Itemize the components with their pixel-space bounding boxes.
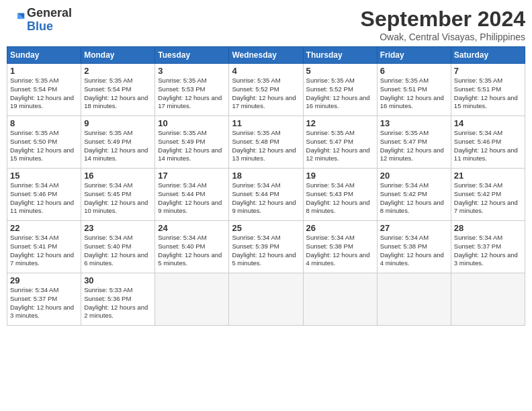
day-info: Sunrise: 5:34 AM Sunset: 5:43 PM Dayligh… xyxy=(306,181,374,216)
weekday-header-wednesday: Wednesday xyxy=(229,47,303,64)
day-number: 22 xyxy=(10,223,78,233)
location: Owak, Central Visayas, Philippines xyxy=(361,32,525,42)
logo: General Blue xyxy=(7,7,72,34)
weekday-header-thursday: Thursday xyxy=(303,47,377,64)
day-info: Sunrise: 5:35 AM Sunset: 5:51 PM Dayligh… xyxy=(454,77,522,111)
day-number: 2 xyxy=(84,66,152,76)
calendar-cell: 21Sunrise: 5:34 AM Sunset: 5:42 PM Dayli… xyxy=(451,169,525,221)
calendar-cell xyxy=(303,273,377,326)
calendar-cell: 8Sunrise: 5:35 AM Sunset: 5:50 PM Daylig… xyxy=(7,116,81,169)
calendar-cell: 14Sunrise: 5:34 AM Sunset: 5:46 PM Dayli… xyxy=(451,116,525,169)
calendar-cell: 20Sunrise: 5:34 AM Sunset: 5:42 PM Dayli… xyxy=(377,169,451,221)
day-info: Sunrise: 5:34 AM Sunset: 5:39 PM Dayligh… xyxy=(232,234,300,268)
day-info: Sunrise: 5:35 AM Sunset: 5:54 PM Dayligh… xyxy=(84,77,152,111)
day-number: 1 xyxy=(10,66,78,76)
calendar-week-5: 29Sunrise: 5:34 AM Sunset: 5:37 PM Dayli… xyxy=(7,273,525,326)
day-info: Sunrise: 5:35 AM Sunset: 5:52 PM Dayligh… xyxy=(232,77,300,111)
day-info: Sunrise: 5:35 AM Sunset: 5:50 PM Dayligh… xyxy=(10,129,78,163)
day-number: 8 xyxy=(10,118,78,128)
calendar-cell: 7Sunrise: 5:35 AM Sunset: 5:51 PM Daylig… xyxy=(451,64,525,116)
day-info: Sunrise: 5:35 AM Sunset: 5:47 PM Dayligh… xyxy=(306,129,374,163)
day-info: Sunrise: 5:34 AM Sunset: 5:45 PM Dayligh… xyxy=(84,181,152,216)
calendar-cell: 19Sunrise: 5:34 AM Sunset: 5:43 PM Dayli… xyxy=(303,169,377,221)
calendar-cell: 10Sunrise: 5:35 AM Sunset: 5:49 PM Dayli… xyxy=(155,116,229,169)
day-number: 26 xyxy=(306,223,374,233)
day-info: Sunrise: 5:34 AM Sunset: 5:41 PM Dayligh… xyxy=(10,234,78,268)
calendar-cell: 3Sunrise: 5:35 AM Sunset: 5:53 PM Daylig… xyxy=(155,64,229,116)
day-number: 27 xyxy=(380,223,448,233)
calendar-cell xyxy=(451,273,525,326)
weekday-header-tuesday: Tuesday xyxy=(155,47,229,64)
day-info: Sunrise: 5:35 AM Sunset: 5:49 PM Dayligh… xyxy=(84,129,152,163)
calendar-cell: 27Sunrise: 5:34 AM Sunset: 5:38 PM Dayli… xyxy=(377,221,451,273)
calendar-cell: 13Sunrise: 5:35 AM Sunset: 5:47 PM Dayli… xyxy=(377,116,451,169)
calendar-week-1: 1Sunrise: 5:35 AM Sunset: 5:54 PM Daylig… xyxy=(7,64,525,116)
day-number: 17 xyxy=(158,171,226,181)
day-number: 14 xyxy=(454,118,522,128)
weekday-header-saturday: Saturday xyxy=(451,47,525,64)
calendar-cell: 2Sunrise: 5:35 AM Sunset: 5:54 PM Daylig… xyxy=(81,64,155,116)
day-number: 3 xyxy=(158,66,226,76)
day-info: Sunrise: 5:34 AM Sunset: 5:38 PM Dayligh… xyxy=(380,234,448,268)
day-number: 6 xyxy=(380,66,448,76)
calendar-cell: 18Sunrise: 5:34 AM Sunset: 5:44 PM Dayli… xyxy=(229,169,303,221)
page-header: General Blue September 2024 Owak, Centra… xyxy=(7,7,525,42)
day-number: 30 xyxy=(84,275,152,285)
day-info: Sunrise: 5:34 AM Sunset: 5:42 PM Dayligh… xyxy=(380,181,448,216)
day-info: Sunrise: 5:35 AM Sunset: 5:47 PM Dayligh… xyxy=(380,129,448,163)
day-info: Sunrise: 5:35 AM Sunset: 5:52 PM Dayligh… xyxy=(306,77,374,111)
day-number: 21 xyxy=(454,171,522,181)
calendar-cell: 29Sunrise: 5:34 AM Sunset: 5:37 PM Dayli… xyxy=(7,273,81,326)
calendar-cell: 12Sunrise: 5:35 AM Sunset: 5:47 PM Dayli… xyxy=(303,116,377,169)
day-number: 28 xyxy=(454,223,522,233)
calendar-cell: 15Sunrise: 5:34 AM Sunset: 5:46 PM Dayli… xyxy=(7,169,81,221)
day-number: 5 xyxy=(306,66,374,76)
day-number: 19 xyxy=(306,171,374,181)
day-number: 18 xyxy=(232,171,300,181)
day-number: 13 xyxy=(380,118,448,128)
calendar-table: SundayMondayTuesdayWednesdayThursdayFrid… xyxy=(7,46,525,326)
day-info: Sunrise: 5:33 AM Sunset: 5:36 PM Dayligh… xyxy=(84,286,152,320)
day-number: 11 xyxy=(232,118,300,128)
day-number: 12 xyxy=(306,118,374,128)
day-info: Sunrise: 5:34 AM Sunset: 5:44 PM Dayligh… xyxy=(232,181,300,216)
day-number: 16 xyxy=(84,171,152,181)
day-number: 25 xyxy=(232,223,300,233)
weekday-header-sunday: Sunday xyxy=(7,47,81,64)
calendar-cell: 5Sunrise: 5:35 AM Sunset: 5:52 PM Daylig… xyxy=(303,64,377,116)
day-info: Sunrise: 5:34 AM Sunset: 5:40 PM Dayligh… xyxy=(158,234,226,268)
calendar-cell: 25Sunrise: 5:34 AM Sunset: 5:39 PM Dayli… xyxy=(229,221,303,273)
day-info: Sunrise: 5:35 AM Sunset: 5:48 PM Dayligh… xyxy=(232,129,300,163)
day-number: 9 xyxy=(84,118,152,128)
weekday-header-friday: Friday xyxy=(377,47,451,64)
calendar-cell xyxy=(377,273,451,326)
day-number: 29 xyxy=(10,275,78,285)
calendar-week-3: 15Sunrise: 5:34 AM Sunset: 5:46 PM Dayli… xyxy=(7,169,525,221)
logo-icon xyxy=(7,11,26,30)
day-info: Sunrise: 5:34 AM Sunset: 5:37 PM Dayligh… xyxy=(454,234,522,268)
day-number: 4 xyxy=(232,66,300,76)
calendar-cell: 23Sunrise: 5:34 AM Sunset: 5:40 PM Dayli… xyxy=(81,221,155,273)
calendar-cell: 6Sunrise: 5:35 AM Sunset: 5:51 PM Daylig… xyxy=(377,64,451,116)
calendar-cell: 16Sunrise: 5:34 AM Sunset: 5:45 PM Dayli… xyxy=(81,169,155,221)
day-info: Sunrise: 5:34 AM Sunset: 5:42 PM Dayligh… xyxy=(454,181,522,216)
calendar-cell: 24Sunrise: 5:34 AM Sunset: 5:40 PM Dayli… xyxy=(155,221,229,273)
calendar-cell xyxy=(229,273,303,326)
day-number: 7 xyxy=(454,66,522,76)
calendar-cell: 1Sunrise: 5:35 AM Sunset: 5:54 PM Daylig… xyxy=(7,64,81,116)
day-number: 23 xyxy=(84,223,152,233)
day-info: Sunrise: 5:34 AM Sunset: 5:37 PM Dayligh… xyxy=(10,286,78,320)
calendar-week-4: 22Sunrise: 5:34 AM Sunset: 5:41 PM Dayli… xyxy=(7,221,525,273)
day-number: 24 xyxy=(158,223,226,233)
calendar-cell xyxy=(155,273,229,326)
month-title: September 2024 xyxy=(361,7,525,32)
day-info: Sunrise: 5:34 AM Sunset: 5:38 PM Dayligh… xyxy=(306,234,374,268)
day-info: Sunrise: 5:34 AM Sunset: 5:46 PM Dayligh… xyxy=(454,129,522,163)
day-number: 10 xyxy=(158,118,226,128)
day-number: 20 xyxy=(380,171,448,181)
svg-rect-3 xyxy=(7,13,17,19)
calendar-cell: 22Sunrise: 5:34 AM Sunset: 5:41 PM Dayli… xyxy=(7,221,81,273)
day-info: Sunrise: 5:34 AM Sunset: 5:44 PM Dayligh… xyxy=(158,181,226,216)
logo-text: General Blue xyxy=(27,7,72,34)
calendar-cell: 26Sunrise: 5:34 AM Sunset: 5:38 PM Dayli… xyxy=(303,221,377,273)
